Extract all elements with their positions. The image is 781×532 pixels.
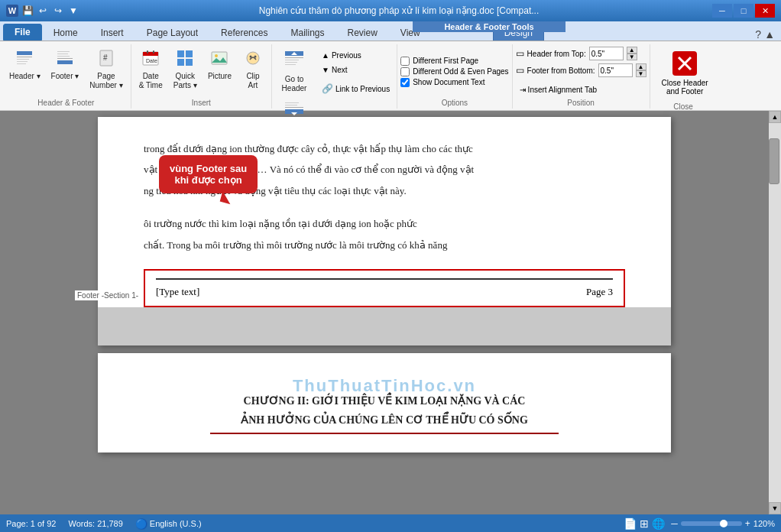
navigation-group: Go toHeader Go toFooter ▲ Previous bbox=[272, 44, 397, 109]
scroll-up-arrow[interactable]: ▲ bbox=[769, 111, 781, 123]
different-odd-even-input[interactable] bbox=[400, 67, 410, 76]
quick-parts-button[interactable]: QuickParts ▾ bbox=[169, 46, 202, 93]
scroll-thumb[interactable] bbox=[769, 138, 779, 184]
print-layout-view[interactable]: 📄 bbox=[624, 517, 637, 530]
close-x-icon bbox=[672, 51, 697, 76]
window-controls[interactable]: ─ □ ✕ bbox=[712, 4, 775, 18]
alignment-tab-icon: ⇥ bbox=[520, 86, 526, 94]
ribbon-minimize-icon[interactable]: ▲ bbox=[764, 28, 775, 41]
close-header-footer-button[interactable]: Close Headerand Footer bbox=[656, 46, 714, 101]
svg-rect-1 bbox=[17, 57, 32, 57]
different-odd-even-checkbox[interactable]: Different Odd & Even Pages bbox=[400, 67, 508, 76]
page-number-button[interactable]: # PageNumber ▾ bbox=[85, 46, 127, 93]
page-2: ThuThuatTinHoc.vn CHƯƠNG II: GIỚI THIỆU … bbox=[98, 353, 671, 453]
minimize-button[interactable]: ─ bbox=[712, 4, 732, 18]
chapter-title: CHƯƠNG II: GIỚI THIỆU VỀ KIM LOẠI NẶNG V… bbox=[167, 391, 602, 430]
different-first-page-checkbox[interactable]: Different First Page bbox=[400, 57, 478, 66]
zoom-in-button[interactable]: + bbox=[745, 518, 750, 529]
svg-rect-6 bbox=[57, 54, 68, 54]
footer-left-text[interactable]: [Type text] bbox=[156, 286, 199, 298]
redo-icon[interactable]: ↪ bbox=[52, 5, 64, 17]
svg-rect-20 bbox=[186, 59, 193, 66]
page-margin-bottom bbox=[98, 307, 671, 345]
date-time-label: Date& Time bbox=[139, 72, 163, 90]
header-top-spinner[interactable]: ▲ ▼ bbox=[627, 47, 637, 60]
clip-art-label: ClipArt bbox=[246, 72, 259, 90]
insert-alignment-tab-button[interactable]: ⇥ Insert Alignment Tab bbox=[516, 83, 601, 96]
footer-button[interactable]: Footer ▾ bbox=[47, 46, 84, 84]
footer-separator bbox=[156, 278, 613, 280]
tab-review[interactable]: Review bbox=[335, 24, 388, 41]
word-count: Words: 21,789 bbox=[68, 519, 122, 528]
footer-section[interactable]: [Type text] Page 3 bbox=[144, 269, 625, 307]
language-indicator[interactable]: 🔵 English (U.S.) bbox=[135, 518, 202, 530]
zoom-control[interactable]: ─ + 120% bbox=[671, 518, 775, 529]
chapter-content: CHƯƠNG II: GIỚI THIỆU VỀ KIM LOẠI NẶNG V… bbox=[144, 376, 625, 449]
zoom-level: 120% bbox=[753, 519, 775, 528]
footer-bottom-down[interactable]: ▼ bbox=[636, 70, 647, 77]
svg-rect-8 bbox=[57, 58, 73, 59]
footer-bottom-spinner[interactable]: ▲ ▼ bbox=[636, 63, 647, 77]
tab-insert[interactable]: Insert bbox=[89, 24, 135, 41]
scroll-down-arrow[interactable]: ▼ bbox=[769, 502, 781, 514]
insert-buttons: Date Date& Time QuickParts ▾ Picture bbox=[134, 46, 268, 97]
tab-home[interactable]: Home bbox=[42, 24, 89, 41]
previous-icon: ▲ bbox=[322, 51, 329, 60]
page-count: Page: 1 of 92 bbox=[6, 519, 56, 528]
link-to-previous-button[interactable]: 🔗 Link to Previous bbox=[318, 81, 394, 96]
status-right: 📄 ⊞ 🌐 ─ + 120% bbox=[624, 517, 775, 530]
svg-rect-5 bbox=[57, 51, 70, 52]
picture-button[interactable]: Picture bbox=[203, 46, 236, 84]
footer-from-bottom-input[interactable] bbox=[598, 63, 633, 77]
tab-page-layout[interactable]: Page Layout bbox=[135, 24, 209, 41]
document-scroll-area[interactable]: vùng Footer saukhi được chọn trong đất d… bbox=[0, 111, 769, 514]
chapter-underline bbox=[210, 433, 559, 434]
insert-group-label: Insert bbox=[134, 97, 268, 107]
svg-rect-15 bbox=[153, 50, 154, 54]
svg-rect-17 bbox=[177, 50, 184, 57]
header-from-top-input[interactable] bbox=[589, 47, 624, 60]
footer-content: [Type text] Page 3 bbox=[156, 286, 613, 298]
go-to-header-button[interactable]: Go toHeader bbox=[275, 46, 313, 96]
footer-bottom-up[interactable]: ▲ bbox=[636, 63, 647, 70]
previous-button[interactable]: ▲ Previous bbox=[318, 49, 394, 62]
view-buttons: 📄 ⊞ 🌐 bbox=[624, 517, 665, 530]
show-document-text-input[interactable] bbox=[400, 78, 410, 87]
svg-text:Date: Date bbox=[146, 58, 157, 63]
close-group-label: Close bbox=[653, 101, 714, 111]
page-number-icon: # bbox=[97, 49, 115, 70]
zoom-slider[interactable] bbox=[681, 521, 742, 526]
different-first-page-input[interactable] bbox=[400, 57, 410, 66]
tab-references[interactable]: References bbox=[209, 24, 279, 41]
next-button[interactable]: ▼ Next bbox=[318, 63, 394, 76]
header-button[interactable]: Header ▾ bbox=[5, 46, 45, 84]
paragraph-5: chất. Trong ba môi trường thì môi trường… bbox=[144, 236, 625, 254]
web-layout-view[interactable]: 🌐 bbox=[652, 517, 665, 530]
clip-art-button[interactable]: ClipArt bbox=[238, 46, 268, 93]
undo-icon[interactable]: ↩ bbox=[37, 5, 49, 17]
options-group: Different First Page Different Odd & Eve… bbox=[397, 44, 512, 109]
tab-mailings[interactable]: Mailings bbox=[279, 24, 335, 41]
close-window-button[interactable]: ✕ bbox=[755, 4, 775, 18]
menu-icon[interactable]: ▼ bbox=[67, 5, 79, 17]
zoom-thumb[interactable] bbox=[720, 520, 728, 527]
full-screen-view[interactable]: ⊞ bbox=[640, 517, 649, 530]
tab-bar: File Home Insert Page Layout References … bbox=[0, 21, 781, 41]
save-icon[interactable]: 💾 bbox=[21, 5, 34, 17]
header-from-top-row: ▭ Header from Top: ▲ ▼ bbox=[516, 47, 637, 60]
header-top-up[interactable]: ▲ bbox=[627, 47, 637, 54]
date-time-button[interactable]: Date Date& Time bbox=[134, 46, 167, 93]
insert-group: Date Date& Time QuickParts ▾ Picture bbox=[131, 44, 272, 109]
header-footer-group: Header ▾ Footer ▾ # PageNumber ▾ Header … bbox=[2, 44, 131, 109]
options-content: Different First Page Different Odd & Eve… bbox=[400, 46, 508, 97]
show-document-text-checkbox[interactable]: Show Document Text bbox=[400, 78, 484, 87]
restore-button[interactable]: □ bbox=[734, 4, 753, 18]
tab-file[interactable]: File bbox=[3, 24, 42, 41]
header-top-down[interactable]: ▼ bbox=[627, 54, 637, 60]
footer-right-text: Page 3 bbox=[586, 286, 613, 298]
vertical-scrollbar[interactable]: ▲ ▼ bbox=[769, 111, 781, 514]
help-icon[interactable]: ? bbox=[755, 28, 761, 41]
next-label: Next bbox=[332, 66, 348, 74]
zoom-out-button[interactable]: ─ bbox=[671, 518, 678, 529]
close-hf-label: Close Headerand Footer bbox=[662, 79, 708, 96]
